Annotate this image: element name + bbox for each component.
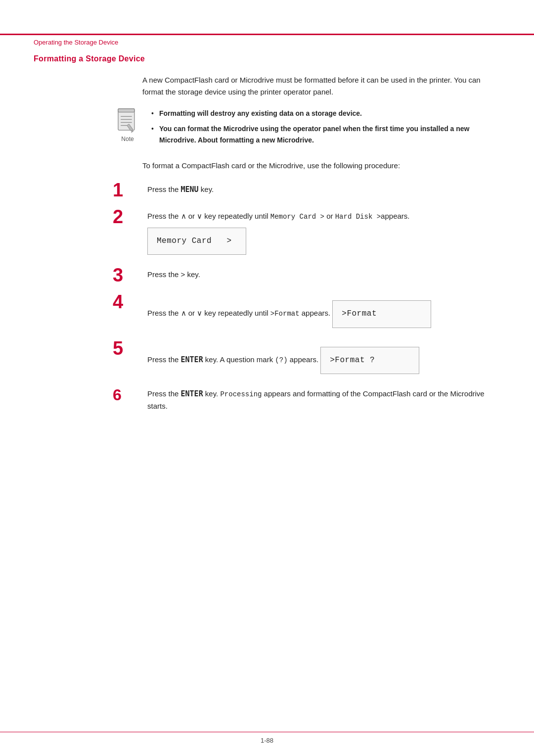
note-box: Note Formatting will destroy any existin… <box>113 108 500 150</box>
step-6-content: Press the ENTER key. Processing appears … <box>147 385 500 412</box>
step-5: 5 Press the ENTER key. A question mark (… <box>113 339 500 378</box>
step-3-content: Press the > key. <box>147 266 200 281</box>
step-4: 4 Press the ∧ or ∨ key repeatedly until … <box>113 292 500 331</box>
step-1: 1 Press the MENU key. <box>113 181 500 199</box>
intro-text: A new CompactFlash card or Microdrive mu… <box>142 74 500 98</box>
step-6-processing: Processing <box>220 390 262 398</box>
svg-rect-1 <box>118 109 134 112</box>
step-5-content: Press the ENTER key. A question mark (?)… <box>147 339 419 378</box>
note-bullet-2: You can format the Microdrive using the … <box>151 123 500 146</box>
step-2-number: 2 <box>113 207 142 226</box>
page-number: 1-88 <box>261 737 273 744</box>
bottom-rule <box>0 732 534 733</box>
display-box-memory-card: Memory Card > <box>147 228 246 255</box>
step-3-number: 3 <box>113 266 142 284</box>
note-bullets: Formatting will destroy any existing dat… <box>151 108 500 150</box>
page-content: Formatting a Storage Device A new Compac… <box>34 54 500 420</box>
step-2: 2 Press the ∧ or ∨ key repeatedly until … <box>113 207 500 258</box>
note-label: Note <box>121 136 134 142</box>
breadcrumb: Operating the Storage Device <box>34 39 118 46</box>
step-5-qmark: (?) <box>275 356 287 364</box>
step-1-number: 1 <box>113 181 142 199</box>
note-bullet-1: Formatting will destroy any existing dat… <box>151 108 500 119</box>
note-icon <box>115 108 140 134</box>
display-box-format-q: >Format ? <box>320 347 419 375</box>
step-1-content: Press the MENU key. <box>147 181 214 195</box>
procedure-intro: To format a CompactFlash card or the Mic… <box>142 160 500 172</box>
step-4-content: Press the ∧ or ∨ key repeatedly until >F… <box>147 292 431 331</box>
step-2-code1: Memory Card > <box>270 213 324 221</box>
enter-key-1: ENTER <box>181 355 203 364</box>
step-2-content: Press the ∧ or ∨ key repeatedly until Me… <box>147 207 500 258</box>
step-6: 6 Press the ENTER key. Processing appear… <box>113 385 500 412</box>
note-icon-container: Note <box>113 108 142 142</box>
menu-key: MENU <box>181 185 199 194</box>
enter-key-2: ENTER <box>181 389 203 398</box>
step-3: 3 Press the > key. <box>113 266 500 284</box>
display-box-format: >Format <box>332 300 431 328</box>
top-rule <box>0 34 534 35</box>
section-title: Formatting a Storage Device <box>34 54 500 63</box>
step-2-code2: Hard Disk > <box>335 213 381 221</box>
step-6-number: 6 <box>113 385 142 403</box>
step-4-number: 4 <box>113 292 142 311</box>
step-4-code: >Format <box>270 310 300 318</box>
step-5-number: 5 <box>113 339 142 358</box>
